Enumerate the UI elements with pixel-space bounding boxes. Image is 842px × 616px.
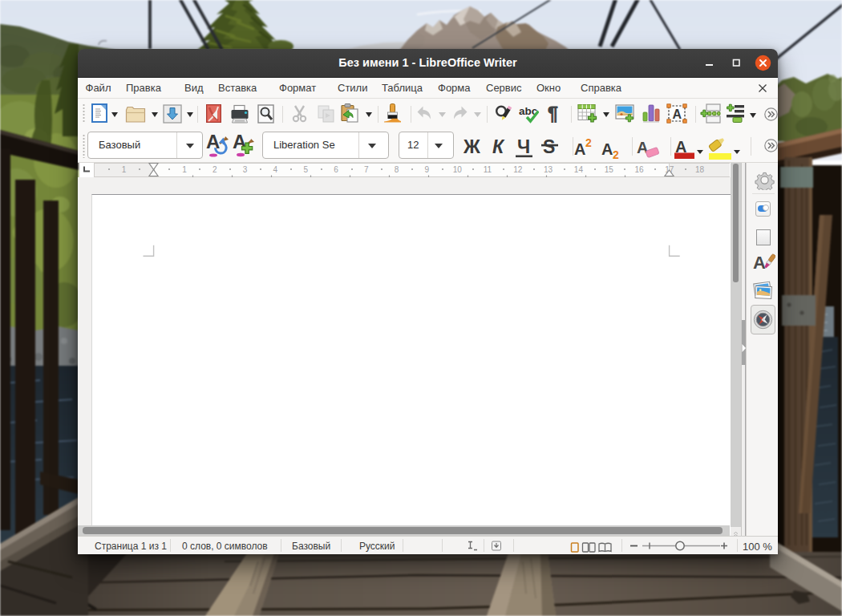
svg-text:5: 5 xyxy=(303,165,308,174)
svg-text:2: 2 xyxy=(213,165,217,174)
svg-text:A: A xyxy=(753,253,766,273)
svg-text:11: 11 xyxy=(484,165,492,174)
svg-text:A: A xyxy=(574,140,585,158)
svg-text:Ж: Ж xyxy=(463,136,480,157)
svg-text:1: 1 xyxy=(122,165,127,174)
svg-text:18: 18 xyxy=(695,165,705,174)
svg-text:2: 2 xyxy=(613,148,619,160)
svg-text:15: 15 xyxy=(605,165,614,174)
svg-text:14: 14 xyxy=(574,165,584,174)
svg-text:16: 16 xyxy=(634,165,644,174)
svg-text:1: 1 xyxy=(182,165,187,174)
svg-text:8: 8 xyxy=(395,165,399,174)
svg-text:¶: ¶ xyxy=(548,104,558,124)
svg-text:13: 13 xyxy=(544,165,553,174)
svg-text:A: A xyxy=(206,133,220,152)
svg-text:10: 10 xyxy=(453,165,463,174)
svg-text:3: 3 xyxy=(243,165,248,174)
svg-text:2: 2 xyxy=(585,136,592,149)
svg-text:7: 7 xyxy=(364,165,369,174)
svg-text:6: 6 xyxy=(334,165,338,174)
svg-text:A: A xyxy=(601,140,613,158)
svg-text:К: К xyxy=(492,136,505,157)
svg-text:S: S xyxy=(543,136,555,157)
svg-text:A: A xyxy=(673,107,682,121)
svg-text:9: 9 xyxy=(425,165,430,174)
svg-text:Ч: Ч xyxy=(517,136,530,157)
svg-text:12: 12 xyxy=(513,165,523,174)
svg-text:4: 4 xyxy=(273,165,278,174)
